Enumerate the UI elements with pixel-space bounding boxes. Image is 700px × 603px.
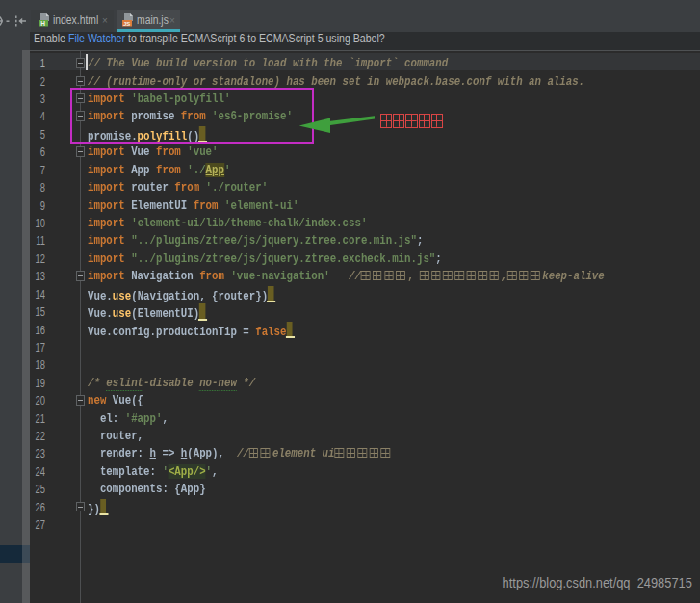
svg-text:JS: JS	[123, 21, 130, 27]
svg-text:H: H	[40, 20, 45, 27]
